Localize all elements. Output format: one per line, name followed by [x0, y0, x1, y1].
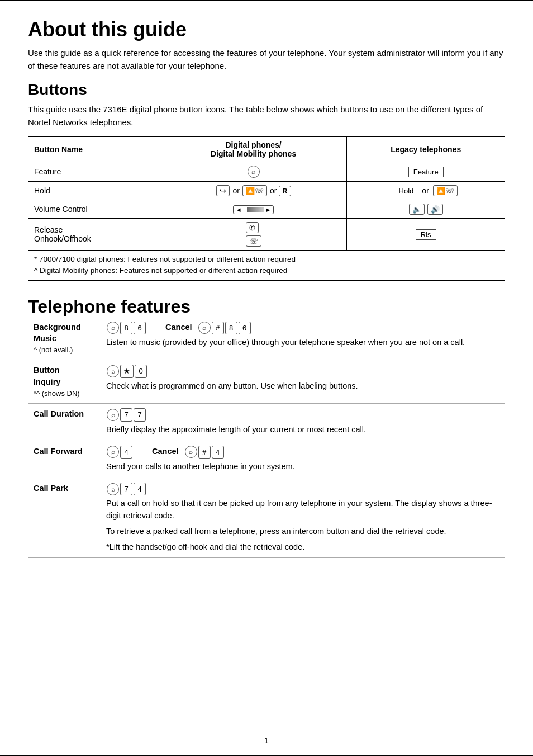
col-header-legacy: Legacy telephones	[347, 137, 505, 162]
col-header-digital: Digital phones/Digital Mobility phones	[160, 137, 347, 162]
table-footnotes-row: * 7000/7100 digital phones: Features not…	[28, 251, 505, 281]
feat-name-call-park: Call Park	[28, 478, 101, 558]
vol-bar	[247, 207, 264, 212]
hold-or-1: or	[232, 186, 239, 195]
page-number: 1	[0, 736, 533, 745]
feat-content-call-forward: ⌕ 4 Cancel ⌕ # 4 Send your calls to anot…	[101, 441, 505, 478]
feat-btn-cp: ⌕	[107, 483, 119, 495]
btn-name-release: ReleaseOnhook/Offhook	[28, 219, 160, 251]
feat-desc-call-forward: Send your calls to another telephone in …	[106, 461, 499, 473]
feat-content-call-park: ⌕ 7 4 Put a call on hold so that it can …	[101, 478, 505, 558]
vol-down: ◄─	[236, 206, 246, 213]
bi-star: ★	[120, 365, 134, 378]
feat-subnote-btn-inquiry: *^ (shows DN)	[34, 389, 80, 398]
feat-btn-cf-c: ⌕	[185, 446, 197, 458]
table-row: Volume Control ◄─ ► 🔈 🔊	[28, 200, 505, 219]
bgm-8: 8	[120, 322, 132, 335]
bi-0: 0	[135, 365, 147, 378]
btn-digital-feature: ⌕	[160, 162, 347, 182]
feat-btn-cd: ⌕	[107, 409, 119, 421]
feat-btn-cf: ⌕	[107, 446, 119, 458]
bgm-hash: #	[212, 322, 224, 335]
feat-subnote-bg-music: ^ (not avail.)	[34, 346, 73, 354]
vol-down-legacy: 🔈	[409, 204, 425, 215]
call-park-code: ⌕ 7 4	[106, 483, 146, 496]
call-forward-cancel-code: ⌕ # 4	[184, 446, 225, 459]
feat-content-call-duration: ⌕ 7 7 Briefly display the approximate le…	[101, 404, 505, 441]
bg-music-code: ⌕ 8 6	[106, 322, 146, 335]
btn-legacy-feature: Feature	[347, 162, 505, 182]
cd-7b: 7	[134, 408, 146, 422]
cf-hash: #	[198, 446, 211, 459]
btn-digital-release: ✆ ☏	[160, 219, 347, 251]
feat-name-bg-music: BackgroundMusic^ (not avail.)	[28, 317, 101, 360]
release-digital-icons: ✆ ☏	[245, 222, 262, 247]
hold-or-2: or	[270, 186, 277, 195]
btn-legacy-release: Rls	[347, 219, 505, 251]
btn-legacy-volume: 🔈 🔊	[347, 200, 505, 219]
hold-curve-icon: ↪	[216, 185, 230, 196]
bgm-cancel-label: Cancel	[165, 323, 192, 332]
vol-up: ►	[265, 206, 271, 213]
bgm-c-8: 8	[225, 322, 237, 335]
offhook-icon: ☏	[246, 235, 261, 247]
feature-row-call-forward: Call Forward ⌕ 4 Cancel ⌕ # 4	[28, 441, 505, 478]
page: About this guide Use this guide as a qui…	[0, 0, 533, 756]
buttons-heading: Buttons	[28, 81, 505, 99]
buttons-intro: This guide uses the 7316E digital phone …	[28, 103, 505, 129]
btn-name-feature: Feature	[28, 162, 160, 182]
release-icon: ✆	[246, 222, 259, 233]
call-forward-code: ⌕ 4	[106, 446, 133, 459]
page-title: About this guide	[28, 18, 505, 41]
hold-legacy-phone: 🔼☏	[433, 185, 458, 196]
btn-digital-volume: ◄─ ►	[160, 200, 347, 219]
feat-desc-call-duration: Briefly display the approximate length o…	[106, 424, 499, 436]
feat-code-call-duration: ⌕ 7 7	[106, 408, 499, 422]
hold-legacy-label: Hold	[394, 186, 419, 196]
cf-cancel-label: Cancel	[152, 447, 179, 456]
cf-4: 4	[120, 446, 132, 459]
feat-code-bg-music: ⌕ 8 6 Cancel ⌕ # 8 6	[106, 322, 499, 335]
btn-legacy-hold: Hold or 🔼☏	[347, 182, 505, 200]
feat-code-btn-inquiry: ⌕ ★ 0	[106, 365, 499, 378]
cp-7: 7	[120, 483, 132, 496]
feat-desc-bg-music: Listen to music (provided by your office…	[106, 337, 499, 349]
footnote-2: ^ Digital Mobility phones: Features not …	[34, 265, 499, 276]
table-row: Feature ⌕ Feature	[28, 162, 505, 182]
feature-row-call-park: Call Park ⌕ 7 4 Put a call on hold so th…	[28, 478, 505, 558]
feature-icon: ⌕	[248, 166, 260, 178]
volume-slider-icon: ◄─ ►	[233, 205, 274, 214]
button-table: Button Name Digital phones/Digital Mobil…	[28, 136, 505, 281]
feat-btn-bgm-c: ⌕	[198, 322, 211, 334]
hold-digital-icons: ↪ or 🔼☏ or R	[216, 185, 291, 196]
feat-content-bg-music: ⌕ 8 6 Cancel ⌕ # 8 6 Listen to music (pr…	[101, 317, 505, 360]
feat-name-btn-inquiry: ButtonInquiry*^ (shows DN)	[28, 360, 101, 404]
feat-content-btn-inquiry: ⌕ ★ 0 Check what is programmed on any bu…	[101, 360, 505, 404]
table-row: ReleaseOnhook/Offhook ✆ ☏ Rls	[28, 219, 505, 251]
hold-phone-icon: 🔼☏	[242, 185, 267, 196]
bg-music-cancel-code: ⌕ # 8 6	[198, 322, 251, 335]
feat-desc-call-park-3: *Lift the handset/go off-hook and dial t…	[106, 541, 499, 554]
feat-desc-call-park-2: To retrieve a parked call from a telepho…	[106, 526, 499, 538]
feature-legacy-label: Feature	[408, 167, 444, 177]
col-header-name: Button Name	[28, 137, 160, 162]
btn-name-hold: Hold	[28, 182, 160, 200]
features-table: BackgroundMusic^ (not avail.) ⌕ 8 6 Canc…	[28, 317, 505, 559]
table-row: Hold ↪ or 🔼☏ or R Hold or 🔼☏	[28, 182, 505, 200]
btn-digital-hold: ↪ or 🔼☏ or R	[160, 182, 347, 200]
feature-row-background-music: BackgroundMusic^ (not avail.) ⌕ 8 6 Canc…	[28, 317, 505, 360]
cf-c-4: 4	[212, 446, 224, 459]
footnote-1: * 7000/7100 digital phones: Features not…	[34, 254, 499, 265]
bgm-c-6: 6	[239, 322, 251, 335]
feat-code-call-park: ⌕ 7 4	[106, 483, 499, 496]
feat-name-call-duration: Call Duration	[28, 404, 101, 441]
feat-desc-call-park-1: Put a call on hold so that it can be pic…	[106, 498, 499, 522]
btn-name-volume: Volume Control	[28, 200, 160, 219]
hold-legacy-icons: Hold or 🔼☏	[394, 185, 458, 196]
feat-desc-btn-inquiry: Check what is programmed on any button. …	[106, 380, 499, 393]
table-footnotes: * 7000/7100 digital phones: Features not…	[28, 251, 505, 281]
feat-btn-bgm: ⌕	[107, 322, 119, 334]
feat-code-call-forward: ⌕ 4 Cancel ⌕ # 4	[106, 446, 499, 459]
volume-legacy-icons: 🔈 🔊	[408, 204, 444, 215]
btn-inquiry-code: ⌕ ★ 0	[106, 365, 147, 378]
